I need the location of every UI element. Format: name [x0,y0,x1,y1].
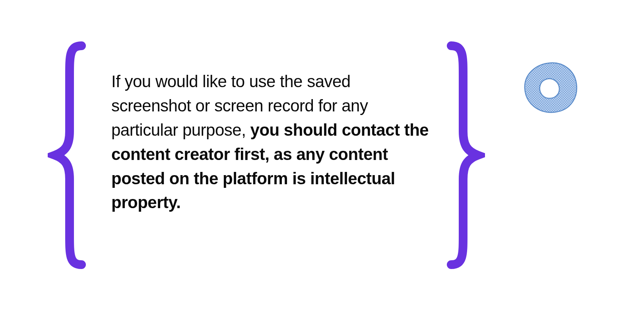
quote-text: If you would like to use the saved scree… [111,70,429,215]
right-brace-icon [437,40,485,271]
left-brace-icon [48,40,95,271]
donut-icon [521,60,580,115]
quote-container: If you would like to use the saved scree… [52,40,481,271]
